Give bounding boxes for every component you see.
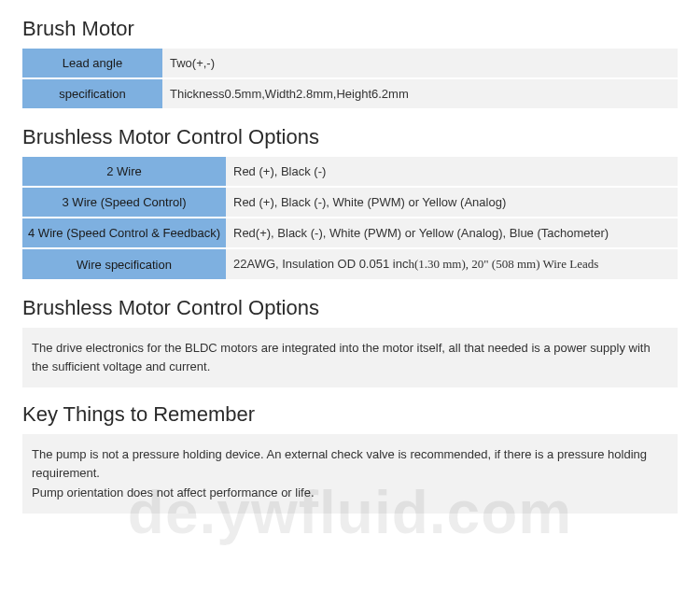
info-box-brushless: The drive electronics for the BLDC motor… [22,328,678,387]
table-row: Lead angle Two(+,-) [22,49,678,79]
row-value: Thickness0.5mm,Width2.8mm,Height6.2mm [162,79,678,110]
section-title-brushless-options-text: Brushless Motor Control Options [22,296,678,320]
section-title-brush-motor: Brush Motor [22,17,678,41]
table-row: 2 Wire Red (+), Black (-) [22,157,678,188]
row-value: Red(+), Black (-), White (PWM) or Yellow… [226,218,678,249]
row-label: Lead angle [22,49,162,79]
row-value: Two(+,-) [162,49,678,79]
brush-motor-table: Lead angle Two(+,-) specification Thickn… [22,49,678,110]
row-label: specification [22,79,162,110]
key-things-line: The pump is not a pressure holding devic… [32,445,668,483]
row-value: 22AWG, Insulation OD 0.051 inch(1.30 mm)… [226,249,678,281]
key-things-line: Pump orientation does not affect perform… [32,484,668,502]
row-label: 3 Wire (Speed Control) [22,188,226,218]
row-label: Wire specification [22,249,226,281]
section-title-brushless-options-table: Brushless Motor Control Options [22,125,678,149]
table-row: 3 Wire (Speed Control) Red (+), Black (-… [22,188,678,218]
brushless-options-table: 2 Wire Red (+), Black (-) 3 Wire (Speed … [22,157,678,281]
row-label: 4 Wire (Speed Control & Feedback) [22,218,226,249]
row-value: Red (+), Black (-), White (PWM) or Yello… [226,188,678,218]
section-title-key-things: Key Things to Remember [22,402,678,427]
table-row: 4 Wire (Speed Control & Feedback) Red(+)… [22,218,678,249]
row-label: 2 Wire [22,157,226,188]
row-value: Red (+), Black (-) [226,157,678,188]
table-row: specification Thickness0.5mm,Width2.8mm,… [22,79,678,110]
table-row: Wire specification 22AWG, Insulation OD … [22,249,678,281]
info-box-key-things: The pump is not a pressure holding devic… [22,434,678,513]
